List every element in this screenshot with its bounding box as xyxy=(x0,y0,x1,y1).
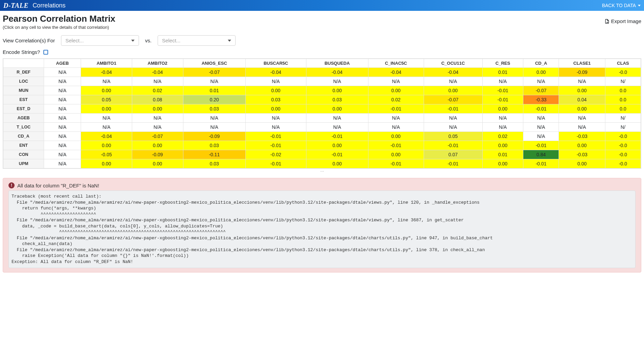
correlation-cell[interactable]: -0.03 xyxy=(559,150,605,159)
correlation-cell[interactable]: -0.01 xyxy=(245,132,306,141)
correlation-cell[interactable]: N/A xyxy=(44,150,81,159)
correlation-cell[interactable]: 0.00 xyxy=(81,159,132,168)
row-header[interactable]: T_LOC xyxy=(3,123,44,132)
correlation-cell[interactable]: -0.09 xyxy=(559,68,605,77)
correlation-cell[interactable]: 0.00 xyxy=(245,104,306,114)
correlation-cell[interactable]: N/ xyxy=(605,77,641,86)
correlation-cell[interactable]: N/A xyxy=(44,77,81,86)
correlation-cell[interactable]: -0.33 xyxy=(523,95,559,104)
correlation-cell[interactable]: -0.04 xyxy=(245,68,306,77)
correlation-cell[interactable]: 0.00 xyxy=(306,159,368,168)
correlation-cell[interactable]: N/A xyxy=(44,68,81,77)
correlation-cell[interactable]: -0.01 xyxy=(245,141,306,150)
correlation-cell[interactable]: -0.11 xyxy=(183,150,245,159)
row-header[interactable]: CD_A xyxy=(3,132,44,141)
correlation-cell[interactable]: -0.01 xyxy=(523,159,559,168)
correlation-cell[interactable]: N/A xyxy=(306,114,368,123)
correlation-cell[interactable]: -0.01 xyxy=(424,141,482,150)
row-header[interactable]: AGEB xyxy=(3,114,44,123)
correlation-cell[interactable]: -0.09 xyxy=(183,132,245,141)
correlation-cell[interactable]: -0.04 xyxy=(81,68,132,77)
correlation-cell[interactable]: 0.02 xyxy=(368,95,424,104)
correlation-cell[interactable]: 0.00 xyxy=(482,141,523,150)
correlation-cell[interactable]: N/A xyxy=(368,114,424,123)
correlation-cell[interactable]: -0.04 xyxy=(368,68,424,77)
correlation-cell[interactable]: N/A xyxy=(44,86,81,95)
correlation-cell[interactable]: N/A xyxy=(44,123,81,132)
correlation-cell[interactable]: -0.0 xyxy=(605,68,641,77)
correlation-cell[interactable]: N/A xyxy=(44,159,81,168)
export-image-button[interactable]: Export Image xyxy=(604,18,641,24)
correlation-cell[interactable]: 0.00 xyxy=(306,86,368,95)
correlation-cell[interactable]: -0.04 xyxy=(132,68,183,77)
column-header[interactable]: AMBITO2 xyxy=(132,59,183,68)
column-header[interactable]: BUSCAR5C xyxy=(245,59,306,68)
correlation-cell[interactable]: N/A xyxy=(368,123,424,132)
correlation-cell[interactable]: N/A xyxy=(559,77,605,86)
correlation-cell[interactable]: -0.01 xyxy=(368,141,424,150)
row-header[interactable]: MUN xyxy=(3,86,44,95)
correlation-cell[interactable]: N/A xyxy=(424,77,482,86)
correlation-cell[interactable]: N/A xyxy=(424,114,482,123)
correlation-cell[interactable]: N/A xyxy=(183,123,245,132)
correlation-cell[interactable]: 0.00 xyxy=(132,159,183,168)
correlation-cell[interactable]: N/ xyxy=(605,123,641,132)
correlation-cell[interactable]: N/A xyxy=(245,123,306,132)
correlation-cell[interactable]: -0.07 xyxy=(183,68,245,77)
correlation-cell[interactable]: 0.01 xyxy=(183,86,245,95)
correlation-cell[interactable]: N/A xyxy=(523,132,559,141)
correlation-cell[interactable]: 0.00 xyxy=(81,86,132,95)
correlation-cell[interactable]: N/A xyxy=(523,77,559,86)
correlation-cell[interactable]: N/A xyxy=(368,77,424,86)
correlation-cell[interactable]: 0.00 xyxy=(523,68,559,77)
correlation-cell[interactable]: N/A xyxy=(245,77,306,86)
correlation-cell[interactable]: 0.0 xyxy=(605,104,641,114)
row-header[interactable]: EST xyxy=(3,95,44,104)
correlation-cell[interactable]: -0.0 xyxy=(605,159,641,168)
correlation-cell[interactable]: -0.02 xyxy=(245,150,306,159)
column-header[interactable]: ANIOS_ESC xyxy=(183,59,245,68)
correlation-cell[interactable]: 0.84 xyxy=(523,150,559,159)
row-header[interactable]: EST_D xyxy=(3,104,44,114)
correlation-cell[interactable]: 0.00 xyxy=(81,104,132,114)
row-header[interactable]: LOC xyxy=(3,77,44,86)
correlation-cell[interactable]: N/A xyxy=(132,123,183,132)
correlation-cell[interactable]: N/A xyxy=(482,77,523,86)
row-header[interactable]: ENT xyxy=(3,141,44,150)
correlation-cell[interactable]: 0.00 xyxy=(306,141,368,150)
correlation-cell[interactable]: -0.09 xyxy=(132,150,183,159)
correlation-cell[interactable]: 0.00 xyxy=(132,104,183,114)
correlation-cell[interactable]: N/A xyxy=(81,114,132,123)
correlation-cell[interactable]: -0.07 xyxy=(424,95,482,104)
correlation-cell[interactable]: N/A xyxy=(523,123,559,132)
correlation-cell[interactable]: -0.07 xyxy=(523,86,559,95)
correlation-cell[interactable]: N/A xyxy=(424,123,482,132)
correlation-cell[interactable]: 0.03 xyxy=(183,104,245,114)
correlation-cell[interactable]: -0.01 xyxy=(424,159,482,168)
correlation-cell[interactable]: N/A xyxy=(44,95,81,104)
correlation-cell[interactable]: 0.00 xyxy=(306,104,368,114)
correlation-cell[interactable]: 0.05 xyxy=(424,132,482,141)
correlation-cell[interactable]: 0.01 xyxy=(482,68,523,77)
column-header[interactable]: CLASE1 xyxy=(559,59,605,68)
correlation-cell[interactable]: -0.01 xyxy=(368,104,424,114)
correlation-cell[interactable]: 0.00 xyxy=(368,86,424,95)
correlation-cell[interactable]: N/A xyxy=(306,123,368,132)
correlation-cell[interactable]: -0.04 xyxy=(424,68,482,77)
column-header[interactable]: AMBITO1 xyxy=(81,59,132,68)
correlation-cell[interactable]: -0.03 xyxy=(559,132,605,141)
column-header[interactable]: CLAS xyxy=(605,59,641,68)
correlation-cell[interactable]: 0.03 xyxy=(245,95,306,104)
correlation-cell[interactable]: 0.00 xyxy=(368,150,424,159)
correlation-cell[interactable]: N/A xyxy=(183,77,245,86)
row-header[interactable]: CON xyxy=(3,150,44,159)
correlation-cell[interactable]: N/A xyxy=(183,114,245,123)
row-header[interactable]: UPM xyxy=(3,159,44,168)
correlation-cell[interactable]: N/A xyxy=(306,77,368,86)
correlation-cell[interactable]: 0.00 xyxy=(132,141,183,150)
correlation-cell[interactable]: 0.03 xyxy=(183,141,245,150)
correlation-select-1[interactable]: Select... xyxy=(61,35,139,46)
correlation-cell[interactable]: N/A xyxy=(44,141,81,150)
correlation-cell[interactable]: 0.00 xyxy=(559,141,605,150)
correlation-cell[interactable]: 0.03 xyxy=(306,95,368,104)
